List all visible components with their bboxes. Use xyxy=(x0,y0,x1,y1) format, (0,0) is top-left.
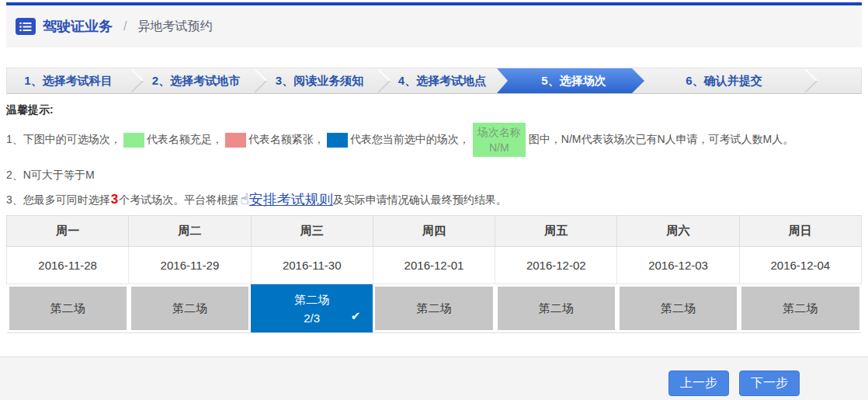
session-option[interactable]: 第二场 xyxy=(375,287,492,330)
step-4-select-site[interactable]: 4、选择考试地点 xyxy=(386,68,498,93)
tip-line-3: 3、您最多可同时选择 3 个考试场次。平台将根据 ☝ 安排考试规则 及实际申请情… xyxy=(6,190,862,209)
step-2-select-city[interactable]: 2、选择考试地市 xyxy=(139,68,253,93)
legend-quota: N/M xyxy=(489,141,509,154)
check-icon: ✔ xyxy=(351,309,361,323)
tip1-prefix: 1、下图中的可选场次， xyxy=(6,133,121,147)
session-legend-box: 场次名称 N/M xyxy=(473,123,526,157)
weekday-header: 周六 xyxy=(617,216,739,247)
weekday-header: 周一 xyxy=(7,216,129,247)
tip-line-2: 2、N可大于等于M xyxy=(6,167,862,183)
tip-line-1: 1、下图中的可选场次， 代表名额充足， 代表名额紧张， 代表您当前选中的场次， … xyxy=(6,122,862,158)
steps-bar: 1、选择考试科目 2、选择考试地市 3、阅读业务须知 4、选择考试地点 5、选择… xyxy=(6,68,862,94)
weekday-header: 周三 xyxy=(251,216,373,247)
next-step-button[interactable]: 下一步 xyxy=(739,370,800,396)
tip3-part3: 及实际申请情况确认最终预约结果。 xyxy=(333,190,507,209)
tip1-suffix: 图中，N/M代表该场次已有N人申请，可考试人数M人。 xyxy=(529,133,793,147)
breadcrumb-page: 异地考试预约 xyxy=(137,19,212,35)
date-cell: 2016-12-01 xyxy=(373,247,495,284)
session-option[interactable]: 第二场 xyxy=(9,287,127,330)
session-option[interactable]: 第二场 xyxy=(741,287,859,330)
selected-color-swatch xyxy=(327,133,348,148)
session-table: 周一 周二 周三 周四 周五 周六 周日 2016-11-28 2016-11-… xyxy=(6,215,862,333)
weekday-header-row: 周一 周二 周三 周四 周五 周六 周日 xyxy=(7,216,862,247)
tip1-red-label: 代表名额紧张， xyxy=(248,133,325,147)
date-row: 2016-11-28 2016-11-29 2016-11-30 2016-12… xyxy=(7,247,862,284)
chevron-right-icon xyxy=(253,68,262,93)
prev-step-button[interactable]: 上一步 xyxy=(668,370,729,396)
tips-title: 温馨提示: xyxy=(6,102,862,117)
session-option-selected[interactable]: 第二场 2/3 ✔ xyxy=(251,284,373,332)
date-cell: 2016-12-03 xyxy=(617,247,739,284)
chevron-right-icon xyxy=(130,68,139,93)
chevron-right-icon xyxy=(804,68,813,93)
session-label: 第二场 xyxy=(294,293,329,308)
tip3-part2: 个考试场次。平台将根据 xyxy=(119,190,238,209)
breadcrumb-separator: / xyxy=(123,19,127,33)
step-1-select-subject[interactable]: 1、选择考试科目 xyxy=(7,68,130,93)
step-5-select-session[interactable]: 5、选择场次 xyxy=(497,68,644,93)
weekday-header: 周四 xyxy=(373,216,495,247)
available-color-swatch xyxy=(123,133,144,148)
page-header: 驾驶证业务 / 异地考试预约 xyxy=(6,5,862,47)
date-cell: 2016-12-04 xyxy=(739,247,861,284)
page: 驾驶证业务 / 异地考试预约 1、选择考试科目 2、选择考试地市 3、阅读业务须… xyxy=(0,0,868,400)
exam-rules-link[interactable]: 安排考试规则 xyxy=(249,190,333,209)
tip3-part1: 3、您最多可同时选择 xyxy=(6,190,110,209)
tight-color-swatch xyxy=(225,133,246,148)
session-option[interactable]: 第二场 xyxy=(498,287,615,330)
step-3-read-notice[interactable]: 3、阅读业务须知 xyxy=(262,68,377,93)
date-cell: 2016-12-02 xyxy=(495,247,617,284)
footer-action-bar: 上一步 下一步 xyxy=(0,357,868,400)
weekday-header: 周日 xyxy=(739,216,861,247)
date-cell: 2016-11-29 xyxy=(129,247,251,284)
tip1-blue-label: 代表您当前选中的场次， xyxy=(350,133,470,147)
max-select-count: 3 xyxy=(110,190,119,209)
weekday-header: 周二 xyxy=(129,216,251,247)
weekday-header: 周五 xyxy=(495,216,617,247)
pointing-hand-icon: ☝ xyxy=(240,190,249,209)
date-cell: 2016-11-30 xyxy=(251,247,373,284)
legend-session-name: 场次名称 xyxy=(477,126,521,138)
session-row: 第二场 第二场 第二场 2/3 ✔ 第二场 第二场 第二场 第二场 xyxy=(7,284,862,333)
steps-bar-filler xyxy=(813,68,861,93)
date-cell: 2016-11-28 xyxy=(7,247,129,284)
tips-section: 温馨提示: 1、下图中的可选场次， 代表名额充足， 代表名额紧张， 代表您当前选… xyxy=(6,102,862,209)
breadcrumb-section: 驾驶证业务 xyxy=(43,17,113,36)
list-icon xyxy=(16,18,36,35)
session-option[interactable]: 第二场 xyxy=(131,287,248,330)
step-6-confirm-submit[interactable]: 6、确认并提交 xyxy=(644,68,804,93)
tip1-green-label: 代表名额充足， xyxy=(147,133,223,147)
session-quota: 2/3 xyxy=(304,311,320,325)
session-option[interactable]: 第二场 xyxy=(620,287,737,330)
chevron-right-icon xyxy=(377,68,386,93)
